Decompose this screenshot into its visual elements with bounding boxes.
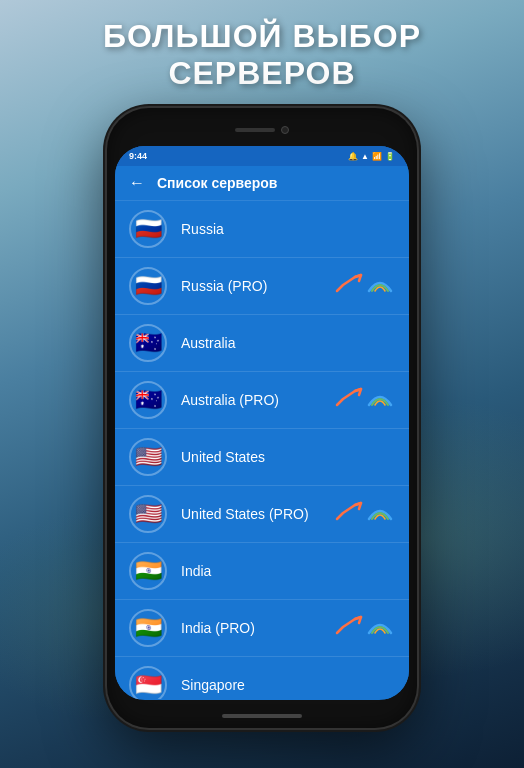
battery-icon: 🔋 bbox=[385, 152, 395, 161]
server-name: India bbox=[181, 563, 395, 579]
flag-icon: 🇦🇺 bbox=[129, 324, 167, 362]
flag-icon: 🇦🇺 bbox=[129, 381, 167, 419]
list-item[interactable]: 🇷🇺Russia bbox=[115, 201, 409, 258]
server-name: Russia (PRO) bbox=[181, 278, 335, 294]
server-name: Australia (PRO) bbox=[181, 392, 335, 408]
list-item[interactable]: 🇮🇳India bbox=[115, 543, 409, 600]
list-item[interactable]: 🇸🇬Singapore bbox=[115, 657, 409, 699]
phone-screen: 9:44 🔔 ▲ 📶 🔋 ← Список серверов 🇷🇺Russia🇷… bbox=[115, 146, 409, 700]
list-item[interactable]: 🇮🇳India (PRO) bbox=[115, 600, 409, 657]
wifi-icon: ▲ bbox=[361, 152, 369, 161]
flag-icon: 🇮🇳 bbox=[129, 552, 167, 590]
server-name: Russia bbox=[181, 221, 395, 237]
flag-icon: 🇮🇳 bbox=[129, 609, 167, 647]
list-item[interactable]: 🇦🇺Australia bbox=[115, 315, 409, 372]
arc-speed-icon bbox=[365, 387, 395, 413]
home-indicator bbox=[222, 714, 302, 718]
status-icons: 🔔 ▲ 📶 🔋 bbox=[348, 152, 395, 161]
arc-speed-icon bbox=[365, 501, 395, 527]
front-camera bbox=[281, 126, 289, 134]
arc-speed-icon bbox=[365, 273, 395, 299]
server-name: Australia bbox=[181, 335, 395, 351]
status-time: 9:44 bbox=[129, 151, 147, 161]
notification-icon: 🔔 bbox=[348, 152, 358, 161]
header-line2: СЕРВЕРОВ bbox=[0, 55, 524, 92]
flag-icon: 🇸🇬 bbox=[129, 666, 167, 699]
phone-top-bar bbox=[212, 122, 312, 138]
server-name: United States bbox=[181, 449, 395, 465]
header-text: БОЛЬШОЙ ВЫБОР СЕРВЕРОВ bbox=[0, 18, 524, 92]
server-name: Singapore bbox=[181, 677, 395, 693]
speed-chart-icon bbox=[335, 273, 365, 299]
status-bar: 9:44 🔔 ▲ 📶 🔋 bbox=[115, 146, 409, 166]
flag-icon: 🇷🇺 bbox=[129, 267, 167, 305]
speaker bbox=[235, 128, 275, 132]
list-item[interactable]: 🇺🇸United States bbox=[115, 429, 409, 486]
app-bar: ← Список серверов bbox=[115, 166, 409, 201]
list-item[interactable]: 🇺🇸United States (PRO) bbox=[115, 486, 409, 543]
arc-speed-icon bbox=[365, 615, 395, 641]
server-name: India (PRO) bbox=[181, 620, 335, 636]
list-item[interactable]: 🇷🇺Russia (PRO) bbox=[115, 258, 409, 315]
list-item[interactable]: 🇦🇺Australia (PRO) bbox=[115, 372, 409, 429]
server-name: United States (PRO) bbox=[181, 506, 335, 522]
back-button[interactable]: ← bbox=[129, 174, 145, 192]
speed-chart-icon bbox=[335, 387, 365, 413]
flag-icon: 🇺🇸 bbox=[129, 438, 167, 476]
phone-frame: 9:44 🔔 ▲ 📶 🔋 ← Список серверов 🇷🇺Russia🇷… bbox=[107, 108, 417, 728]
header-line1: БОЛЬШОЙ ВЫБОР bbox=[0, 18, 524, 55]
signal-icon: 📶 bbox=[372, 152, 382, 161]
app-bar-title: Список серверов bbox=[157, 175, 277, 191]
server-list: 🇷🇺Russia🇷🇺Russia (PRO) 🇦🇺Australia🇦🇺Aust… bbox=[115, 201, 409, 699]
speed-chart-icon bbox=[335, 615, 365, 641]
flag-icon: 🇷🇺 bbox=[129, 210, 167, 248]
speed-chart-icon bbox=[335, 501, 365, 527]
flag-icon: 🇺🇸 bbox=[129, 495, 167, 533]
